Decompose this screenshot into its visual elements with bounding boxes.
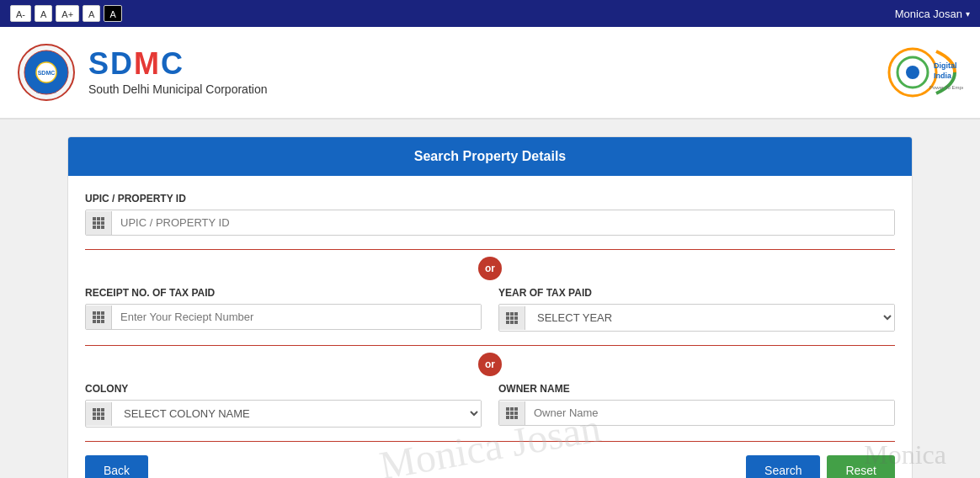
year-label: YEAR OF TAX PAID <box>498 287 895 299</box>
user-menu[interactable]: Monica Josan ▾ <box>895 8 970 20</box>
colony-input-group: SELECT COLONY NAME <box>85 400 482 428</box>
user-caret-icon: ▾ <box>966 9 970 19</box>
year-input-group: SELECT YEAR 2023-24 2022-23 2021-22 2020… <box>498 304 895 332</box>
svg-text:SDMC: SDMC <box>38 70 56 76</box>
owner-grid-icon <box>499 401 525 425</box>
card-title: Search Property Details <box>68 137 912 176</box>
font-a-button[interactable]: A <box>83 5 100 22</box>
action-buttons: Search Reset <box>746 455 895 478</box>
upic-label: UPIC / PROPERTY ID <box>85 193 895 204</box>
owner-input-group <box>498 400 895 426</box>
or-badge-1: or <box>478 257 502 280</box>
upic-section: UPIC / PROPERTY ID <box>85 193 895 250</box>
colony-select[interactable]: SELECT COLONY NAME <box>112 401 481 427</box>
owner-input[interactable] <box>525 401 894 425</box>
sdmc-logo-text: SDMC <box>88 49 267 79</box>
font-decrease-button[interactable]: A- <box>10 5 31 22</box>
reset-button[interactable]: Reset <box>827 455 895 478</box>
font-contrast-button[interactable]: A <box>104 5 121 22</box>
or-badge-2: or <box>478 353 502 376</box>
buttons-row: Back Search Reset <box>85 455 895 478</box>
colony-label: COLONY <box>85 383 482 395</box>
header-title: SDMC South Delhi Municipal Corporation <box>88 49 267 96</box>
search-button[interactable]: Search <box>746 455 820 478</box>
receipt-input[interactable] <box>112 305 481 329</box>
svg-text:Power To Empower: Power To Empower <box>929 85 963 90</box>
or-divider-1: or <box>85 257 895 280</box>
svg-point-7 <box>906 66 919 79</box>
receipt-year-section: RECEIPT NO. OF TAX PAID <box>85 287 895 346</box>
svg-text:दिल्ली नगर निगम: दिल्ली नगर निगम <box>35 90 57 94</box>
year-grid-icon <box>499 306 525 330</box>
search-property-card: Search Property Details UPIC / PROPERTY … <box>67 136 913 478</box>
font-normal-button[interactable]: A <box>35 5 52 22</box>
digital-india-icon: Digital India Power To Empower <box>887 43 963 102</box>
top-nav: A- A A+ A A Monica Josan ▾ <box>0 0 980 27</box>
sdmc-emblem-icon: SDMC दिल्ली नगर निगम <box>17 43 76 102</box>
year-select[interactable]: SELECT YEAR 2023-24 2022-23 2021-22 2020… <box>525 305 894 331</box>
organization-name: South Delhi Municipal Corporation <box>88 82 267 96</box>
owner-col: OWNER NAME <box>498 383 895 428</box>
year-col: YEAR OF TAX PAID SELECT YEAR <box>498 287 895 332</box>
receipt-col: RECEIPT NO. OF TAX PAID <box>85 287 482 332</box>
colony-grid-icon <box>86 402 112 426</box>
receipt-input-group <box>85 304 482 330</box>
receipt-grid-icon <box>86 305 112 329</box>
svg-text:Digital: Digital <box>934 61 957 70</box>
user-name: Monica Josan <box>895 8 962 20</box>
main-content: Search Property Details UPIC / PROPERTY … <box>0 120 980 478</box>
owner-label: OWNER NAME <box>498 383 895 395</box>
upic-input[interactable] <box>112 210 894 235</box>
upic-input-group <box>85 210 895 236</box>
receipt-label: RECEIPT NO. OF TAX PAID <box>85 287 482 299</box>
back-button[interactable]: Back <box>85 455 148 478</box>
svg-text:India: India <box>934 72 952 80</box>
header: SDMC दिल्ली नगर निगम SDMC South Delhi Mu… <box>0 27 980 120</box>
card-body: UPIC / PROPERTY ID or <box>68 176 912 478</box>
colony-col: COLONY SELECT COLONY NAME <box>85 383 482 428</box>
digital-india-logo: Digital India Power To Empower <box>887 43 963 102</box>
or-divider-2: or <box>85 353 895 376</box>
font-controls: A- A A+ A A <box>10 5 122 22</box>
colony-owner-section: COLONY SELECT COLONY NAME <box>85 383 895 442</box>
upic-grid-icon <box>86 211 112 235</box>
font-increase-button[interactable]: A+ <box>56 5 79 22</box>
